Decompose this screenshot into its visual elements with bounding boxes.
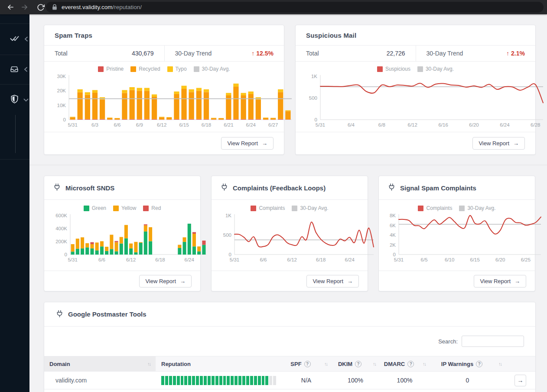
help-icon[interactable]: ? xyxy=(304,361,311,367)
arrow-right-icon: → xyxy=(180,278,186,284)
reputation-segment xyxy=(184,376,187,385)
svg-text:6/4: 6/4 xyxy=(348,122,355,127)
svg-text:6/8: 6/8 xyxy=(378,122,385,127)
reputation-segment xyxy=(215,376,218,385)
sidebar-item-reputation[interactable] xyxy=(0,85,29,115)
table-header: Domain ↑↓ Reputation SPF? ↑↓ DKIM? ↑↓ DM… xyxy=(44,356,535,372)
microsoft-snds-card: Microsoft SNDS GreenYellowRed0200K400K60… xyxy=(44,176,201,291)
reputation-segment xyxy=(242,376,245,385)
sort-icon[interactable]: ↑↓ xyxy=(373,361,376,366)
reputation-segment xyxy=(254,376,257,385)
column-header-ip-warnings[interactable]: IP Warnings? ↑↓ xyxy=(430,356,505,371)
view-report-button[interactable]: View Report→ xyxy=(474,275,526,287)
reputation-segment xyxy=(262,376,265,385)
total-stat: Total 430,679 xyxy=(44,46,164,61)
svg-text:6/18: 6/18 xyxy=(155,257,165,262)
svg-text:6K: 6K xyxy=(390,223,396,228)
reputation-segment xyxy=(196,376,199,385)
legend-item: Typo xyxy=(167,66,187,72)
reputation-segment xyxy=(269,376,272,385)
sort-icon[interactable]: ↑↓ xyxy=(324,361,327,366)
address-bar[interactable]: everest.validity.com/reputation/ xyxy=(46,2,544,13)
svg-text:6/20: 6/20 xyxy=(495,257,505,262)
forward-icon[interactable] xyxy=(17,0,31,14)
reputation-segment xyxy=(165,376,168,385)
card-title: Google Postmaster Tools xyxy=(68,310,147,318)
svg-text:2K: 2K xyxy=(390,242,396,248)
svg-text:5/31: 5/31 xyxy=(394,257,404,262)
arrow-right-icon: → xyxy=(513,140,519,147)
plug-icon xyxy=(53,183,61,193)
open-domain-button[interactable]: → xyxy=(514,375,526,386)
signal-spam-card: Signal Spam Complaints Complaints30-Day … xyxy=(378,176,535,291)
view-report-button[interactable]: View Report→ xyxy=(221,137,274,150)
svg-text:6/9: 6/9 xyxy=(136,122,143,127)
sort-icon[interactable]: ↑↓ xyxy=(147,361,150,366)
column-header-dmarc[interactable]: DMARC? ↑↓ xyxy=(380,356,430,371)
reputation-segment xyxy=(212,376,215,385)
reputation-segment xyxy=(200,376,203,385)
sidebar xyxy=(0,14,29,392)
card-header: Microsoft SNDS xyxy=(44,176,200,200)
stats-row: Total 430,679 30-Day Trend ↑12.5% xyxy=(44,46,284,62)
reputation-segment xyxy=(181,376,184,385)
snds-chart: GreenYellowRed0200K400K600K5/316/66/126/… xyxy=(44,200,200,264)
card-title: Signal Spam Complaints xyxy=(400,184,476,192)
sidebar-item-mail[interactable] xyxy=(0,55,29,85)
svg-text:10K: 10K xyxy=(57,103,66,108)
table-row[interactable]: validity.com N/A 100% 100% 0 → xyxy=(44,372,535,389)
trend-stat: 30-Day Trend ↑12.5% xyxy=(164,46,284,61)
suspicious-mail-chart: Suspicious30-Day Avg.05001K5/316/46/86/1… xyxy=(296,62,535,129)
legend-item: Recycled xyxy=(130,66,160,72)
view-report-button[interactable]: View Report→ xyxy=(306,275,359,287)
view-report-button[interactable]: View Report→ xyxy=(472,137,525,150)
svg-text:6/12: 6/12 xyxy=(126,257,136,262)
svg-text:500: 500 xyxy=(309,95,317,101)
svg-text:6/16: 6/16 xyxy=(438,122,448,127)
svg-text:0: 0 xyxy=(63,117,66,122)
search-input[interactable] xyxy=(462,336,524,347)
reputation-segment xyxy=(188,376,191,385)
legend-item: Yellow xyxy=(113,205,136,211)
suspicious-mail-card: Suspicious Mail Total 22,726 30-Day Tren… xyxy=(295,25,536,155)
svg-text:600K: 600K xyxy=(55,213,67,218)
reputation-segment xyxy=(238,376,241,385)
svg-text:500: 500 xyxy=(223,232,231,238)
card-footer: View Report→ xyxy=(379,271,535,291)
svg-text:6/24: 6/24 xyxy=(345,257,355,262)
total-label: Total xyxy=(306,50,319,57)
help-icon[interactable]: ? xyxy=(407,361,414,367)
help-icon[interactable]: ? xyxy=(476,361,482,367)
column-header-dkim[interactable]: DKIM? ↑↓ xyxy=(331,356,380,371)
help-icon[interactable]: ? xyxy=(355,361,361,367)
complaints-chart: Complaints30-Day Avg.05001K5/316/66/126/… xyxy=(212,200,368,264)
reputation-segment xyxy=(169,376,172,385)
trend-up-icon: ↑ xyxy=(251,50,254,57)
row-actions: → xyxy=(505,375,535,386)
legend-item: Complaints xyxy=(418,205,452,211)
google-postmaster-card: Google Postmaster Tools Search: Domain ↑… xyxy=(44,302,536,392)
sidebar-item-tasks[interactable] xyxy=(0,24,29,55)
card-footer: View Report→ xyxy=(44,132,284,154)
column-header-spf[interactable]: SPF? ↑↓ xyxy=(281,356,331,371)
inbox-icon xyxy=(10,64,19,75)
legend-item: Complaints xyxy=(251,205,285,211)
total-label: Total xyxy=(55,50,68,57)
arrow-right-icon: → xyxy=(514,278,520,284)
sort-icon[interactable]: ↑↓ xyxy=(423,361,426,366)
svg-text:0: 0 xyxy=(393,252,396,257)
trend-label: 30-Day Trend xyxy=(175,50,212,57)
svg-text:400K: 400K xyxy=(55,226,67,231)
total-stat: Total 22,726 xyxy=(296,46,416,61)
sort-icon[interactable]: ↑↓ xyxy=(498,361,501,366)
column-header-domain[interactable]: Domain ↑↓ xyxy=(44,356,156,371)
svg-text:6/21: 6/21 xyxy=(224,122,233,127)
trend-value: ↑2.1% xyxy=(506,50,525,57)
view-report-button[interactable]: View Report→ xyxy=(139,275,192,287)
lock-icon xyxy=(52,4,57,10)
back-icon[interactable] xyxy=(3,0,17,14)
svg-text:6/15: 6/15 xyxy=(470,257,480,262)
svg-text:6/5: 6/5 xyxy=(421,257,428,262)
dmarc-cell: 100% xyxy=(380,377,430,384)
trend-stat: 30-Day Trend ↑2.1% xyxy=(416,46,536,61)
